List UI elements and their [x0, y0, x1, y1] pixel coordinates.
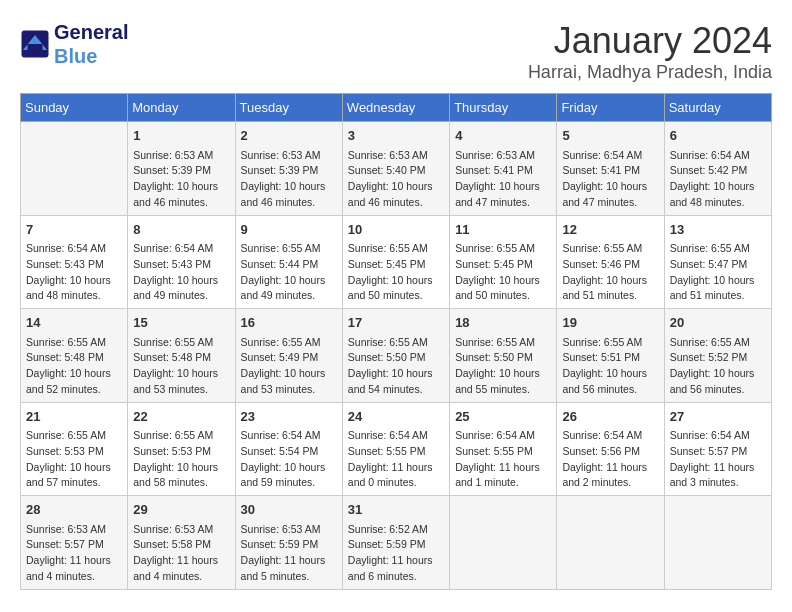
day-cell: 24Sunrise: 6:54 AM Sunset: 5:55 PM Dayli…	[342, 402, 449, 496]
header-friday: Friday	[557, 94, 664, 122]
day-cell: 6Sunrise: 6:54 AM Sunset: 5:42 PM Daylig…	[664, 122, 771, 216]
day-cell: 21Sunrise: 6:55 AM Sunset: 5:53 PM Dayli…	[21, 402, 128, 496]
day-info: Sunrise: 6:53 AM Sunset: 5:57 PM Dayligh…	[26, 522, 122, 585]
day-info: Sunrise: 6:55 AM Sunset: 5:48 PM Dayligh…	[133, 335, 229, 398]
day-info: Sunrise: 6:54 AM Sunset: 5:42 PM Dayligh…	[670, 148, 766, 211]
day-number: 10	[348, 220, 444, 240]
day-info: Sunrise: 6:54 AM Sunset: 5:55 PM Dayligh…	[348, 428, 444, 491]
day-cell: 15Sunrise: 6:55 AM Sunset: 5:48 PM Dayli…	[128, 309, 235, 403]
day-cell: 7Sunrise: 6:54 AM Sunset: 5:43 PM Daylig…	[21, 215, 128, 309]
day-cell: 13Sunrise: 6:55 AM Sunset: 5:47 PM Dayli…	[664, 215, 771, 309]
day-number: 7	[26, 220, 122, 240]
header-tuesday: Tuesday	[235, 94, 342, 122]
day-info: Sunrise: 6:53 AM Sunset: 5:40 PM Dayligh…	[348, 148, 444, 211]
day-info: Sunrise: 6:55 AM Sunset: 5:45 PM Dayligh…	[455, 241, 551, 304]
day-cell: 9Sunrise: 6:55 AM Sunset: 5:44 PM Daylig…	[235, 215, 342, 309]
day-number: 5	[562, 126, 658, 146]
day-cell: 14Sunrise: 6:55 AM Sunset: 5:48 PM Dayli…	[21, 309, 128, 403]
header-thursday: Thursday	[450, 94, 557, 122]
day-info: Sunrise: 6:52 AM Sunset: 5:59 PM Dayligh…	[348, 522, 444, 585]
day-info: Sunrise: 6:54 AM Sunset: 5:43 PM Dayligh…	[26, 241, 122, 304]
day-info: Sunrise: 6:54 AM Sunset: 5:54 PM Dayligh…	[241, 428, 337, 491]
day-cell: 18Sunrise: 6:55 AM Sunset: 5:50 PM Dayli…	[450, 309, 557, 403]
day-number: 8	[133, 220, 229, 240]
day-info: Sunrise: 6:55 AM Sunset: 5:46 PM Dayligh…	[562, 241, 658, 304]
week-row-4: 21Sunrise: 6:55 AM Sunset: 5:53 PM Dayli…	[21, 402, 772, 496]
day-info: Sunrise: 6:54 AM Sunset: 5:43 PM Dayligh…	[133, 241, 229, 304]
day-info: Sunrise: 6:53 AM Sunset: 5:58 PM Dayligh…	[133, 522, 229, 585]
day-info: Sunrise: 6:55 AM Sunset: 5:49 PM Dayligh…	[241, 335, 337, 398]
day-number: 14	[26, 313, 122, 333]
day-cell: 8Sunrise: 6:54 AM Sunset: 5:43 PM Daylig…	[128, 215, 235, 309]
calendar-subtitle: Harrai, Madhya Pradesh, India	[528, 62, 772, 83]
day-number: 9	[241, 220, 337, 240]
day-info: Sunrise: 6:55 AM Sunset: 5:50 PM Dayligh…	[348, 335, 444, 398]
logo-line2: Blue	[54, 44, 128, 68]
week-row-1: 1Sunrise: 6:53 AM Sunset: 5:39 PM Daylig…	[21, 122, 772, 216]
day-cell: 27Sunrise: 6:54 AM Sunset: 5:57 PM Dayli…	[664, 402, 771, 496]
day-info: Sunrise: 6:55 AM Sunset: 5:53 PM Dayligh…	[133, 428, 229, 491]
day-number: 23	[241, 407, 337, 427]
day-info: Sunrise: 6:55 AM Sunset: 5:47 PM Dayligh…	[670, 241, 766, 304]
day-number: 31	[348, 500, 444, 520]
day-info: Sunrise: 6:55 AM Sunset: 5:48 PM Dayligh…	[26, 335, 122, 398]
day-number: 29	[133, 500, 229, 520]
day-number: 16	[241, 313, 337, 333]
day-info: Sunrise: 6:55 AM Sunset: 5:45 PM Dayligh…	[348, 241, 444, 304]
title-block: January 2024 Harrai, Madhya Pradesh, Ind…	[528, 20, 772, 83]
day-cell: 25Sunrise: 6:54 AM Sunset: 5:55 PM Dayli…	[450, 402, 557, 496]
calendar-table: SundayMondayTuesdayWednesdayThursdayFrid…	[20, 93, 772, 590]
day-number: 27	[670, 407, 766, 427]
logo: General Blue	[20, 20, 128, 68]
day-number: 30	[241, 500, 337, 520]
day-number: 4	[455, 126, 551, 146]
day-cell	[664, 496, 771, 590]
day-number: 11	[455, 220, 551, 240]
day-cell: 23Sunrise: 6:54 AM Sunset: 5:54 PM Dayli…	[235, 402, 342, 496]
header-wednesday: Wednesday	[342, 94, 449, 122]
day-cell: 17Sunrise: 6:55 AM Sunset: 5:50 PM Dayli…	[342, 309, 449, 403]
day-info: Sunrise: 6:54 AM Sunset: 5:56 PM Dayligh…	[562, 428, 658, 491]
day-info: Sunrise: 6:53 AM Sunset: 5:39 PM Dayligh…	[241, 148, 337, 211]
day-number: 24	[348, 407, 444, 427]
day-cell	[21, 122, 128, 216]
day-cell: 22Sunrise: 6:55 AM Sunset: 5:53 PM Dayli…	[128, 402, 235, 496]
day-number: 20	[670, 313, 766, 333]
day-info: Sunrise: 6:54 AM Sunset: 5:41 PM Dayligh…	[562, 148, 658, 211]
day-info: Sunrise: 6:55 AM Sunset: 5:44 PM Dayligh…	[241, 241, 337, 304]
day-info: Sunrise: 6:55 AM Sunset: 5:52 PM Dayligh…	[670, 335, 766, 398]
day-cell: 20Sunrise: 6:55 AM Sunset: 5:52 PM Dayli…	[664, 309, 771, 403]
day-info: Sunrise: 6:55 AM Sunset: 5:53 PM Dayligh…	[26, 428, 122, 491]
day-info: Sunrise: 6:55 AM Sunset: 5:51 PM Dayligh…	[562, 335, 658, 398]
day-cell: 11Sunrise: 6:55 AM Sunset: 5:45 PM Dayli…	[450, 215, 557, 309]
week-row-2: 7Sunrise: 6:54 AM Sunset: 5:43 PM Daylig…	[21, 215, 772, 309]
day-info: Sunrise: 6:55 AM Sunset: 5:50 PM Dayligh…	[455, 335, 551, 398]
day-cell	[450, 496, 557, 590]
day-cell: 29Sunrise: 6:53 AM Sunset: 5:58 PM Dayli…	[128, 496, 235, 590]
page-header: General Blue January 2024 Harrai, Madhya…	[20, 20, 772, 83]
day-cell: 1Sunrise: 6:53 AM Sunset: 5:39 PM Daylig…	[128, 122, 235, 216]
day-number: 13	[670, 220, 766, 240]
day-info: Sunrise: 6:53 AM Sunset: 5:59 PM Dayligh…	[241, 522, 337, 585]
day-number: 17	[348, 313, 444, 333]
day-cell: 3Sunrise: 6:53 AM Sunset: 5:40 PM Daylig…	[342, 122, 449, 216]
day-number: 21	[26, 407, 122, 427]
logo-icon	[20, 29, 50, 59]
day-number: 15	[133, 313, 229, 333]
day-cell: 4Sunrise: 6:53 AM Sunset: 5:41 PM Daylig…	[450, 122, 557, 216]
day-cell: 26Sunrise: 6:54 AM Sunset: 5:56 PM Dayli…	[557, 402, 664, 496]
calendar-header-row: SundayMondayTuesdayWednesdayThursdayFrid…	[21, 94, 772, 122]
day-number: 19	[562, 313, 658, 333]
day-number: 18	[455, 313, 551, 333]
day-number: 3	[348, 126, 444, 146]
header-saturday: Saturday	[664, 94, 771, 122]
day-cell: 16Sunrise: 6:55 AM Sunset: 5:49 PM Dayli…	[235, 309, 342, 403]
day-info: Sunrise: 6:53 AM Sunset: 5:41 PM Dayligh…	[455, 148, 551, 211]
day-number: 22	[133, 407, 229, 427]
day-info: Sunrise: 6:54 AM Sunset: 5:55 PM Dayligh…	[455, 428, 551, 491]
header-monday: Monday	[128, 94, 235, 122]
week-row-5: 28Sunrise: 6:53 AM Sunset: 5:57 PM Dayli…	[21, 496, 772, 590]
header-sunday: Sunday	[21, 94, 128, 122]
day-cell: 5Sunrise: 6:54 AM Sunset: 5:41 PM Daylig…	[557, 122, 664, 216]
day-number: 2	[241, 126, 337, 146]
